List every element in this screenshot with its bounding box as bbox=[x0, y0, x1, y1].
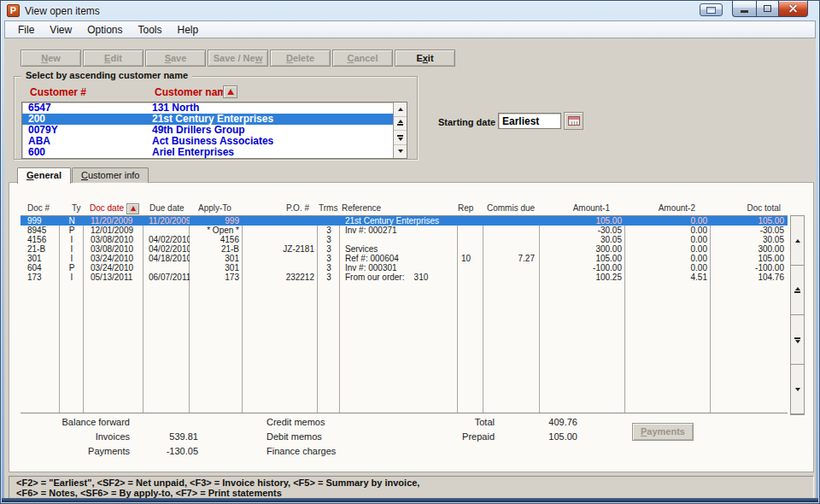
column-header-rep[interactable]: Rep bbox=[458, 202, 483, 214]
doc-row[interactable]: 301I03/24/201004/18/20103013Ref #: 00060… bbox=[20, 254, 788, 263]
cell-due-date: 11/20/2009 bbox=[144, 216, 190, 226]
scroll-bottom-button[interactable] bbox=[394, 131, 407, 145]
customer-name: Ariel Enterprises bbox=[152, 147, 393, 158]
customer-row[interactable]: 600Ariel Enterprises bbox=[22, 147, 407, 158]
menu-item-options[interactable]: Options bbox=[79, 22, 130, 38]
cell-amount2: 0.00 bbox=[625, 235, 711, 244]
toolbar-delete-button[interactable]: Delete bbox=[270, 50, 331, 67]
summary-value-prepaid: 105.00 bbox=[495, 431, 577, 442]
column-header-p-o[interactable]: P.O. # bbox=[243, 202, 318, 214]
minimize-button[interactable] bbox=[732, 1, 756, 17]
column-header-amount-2[interactable]: Amount-2 bbox=[625, 202, 711, 214]
cell-amount2: 0.00 bbox=[625, 254, 711, 263]
toolbar-cancel-button[interactable]: Cancel bbox=[332, 50, 393, 67]
cell-doc-date: 11/20/2009 bbox=[84, 216, 144, 226]
toolbar-new-button[interactable]: New bbox=[20, 50, 81, 67]
toolbar-save-new-button[interactable]: Save / New bbox=[208, 50, 268, 67]
titlebar[interactable]: P View open items bbox=[1, 1, 819, 21]
customer-number: 6547 bbox=[22, 103, 152, 114]
cell-doc-total: -100.00 bbox=[711, 263, 788, 273]
menu-bar: FileViewOptionsToolsHelp bbox=[4, 21, 816, 38]
starting-date-input[interactable] bbox=[498, 113, 561, 129]
customer-number-header[interactable]: Customer # bbox=[30, 86, 86, 98]
doc-date-sort-button[interactable] bbox=[126, 203, 139, 214]
up-arrow-icon bbox=[795, 287, 800, 290]
cell-trms: 3 bbox=[318, 226, 340, 235]
doc-row[interactable]: 4156I03/08/201004/02/20104156330.050.003… bbox=[20, 235, 788, 244]
column-header-trms[interactable]: Trms bbox=[318, 202, 340, 214]
cell-po bbox=[243, 235, 318, 244]
scroll-top-button[interactable] bbox=[791, 266, 804, 315]
bar-icon bbox=[397, 124, 403, 126]
calendar-button[interactable] bbox=[564, 112, 583, 130]
customer-row[interactable]: ABAAct Business Associates bbox=[22, 136, 407, 147]
menu-item-view[interactable]: View bbox=[42, 22, 79, 38]
column-header-apply-to[interactable]: Apply-To bbox=[190, 202, 243, 214]
scroll-down-button[interactable] bbox=[791, 365, 804, 414]
doc-row[interactable]: 173I05/13/201106/07/20111732322123From o… bbox=[20, 273, 788, 282]
toolbar-exit-button[interactable]: Exit bbox=[395, 50, 455, 67]
summary-row: Credit memos bbox=[266, 417, 336, 431]
customer-sort-button[interactable] bbox=[223, 85, 237, 98]
cell-commis-due bbox=[483, 244, 540, 254]
scroll-down-button[interactable] bbox=[394, 145, 407, 159]
customer-row[interactable]: 0079Y49th Drillers Group bbox=[22, 125, 407, 136]
toolbar-save-button[interactable]: Save bbox=[145, 50, 206, 67]
cell-ty: I bbox=[60, 235, 84, 244]
cell-due-date: 04/02/2010 bbox=[144, 235, 190, 244]
cell-due-date bbox=[144, 263, 190, 273]
column-header-reference[interactable]: Reference bbox=[340, 202, 458, 214]
up-arrow-icon bbox=[398, 108, 403, 111]
cell-ty: I bbox=[60, 244, 84, 254]
customer-row[interactable]: 20021st Century Enterprises bbox=[22, 114, 407, 125]
column-header-due-date[interactable]: Due date bbox=[144, 202, 190, 214]
scroll-up-button[interactable] bbox=[394, 103, 407, 117]
toolbar-edit-button[interactable]: Edit bbox=[83, 50, 144, 67]
utility-window-button[interactable] bbox=[700, 3, 723, 16]
cell-amount2: 0.00 bbox=[625, 226, 711, 235]
scroll-bottom-button[interactable] bbox=[791, 315, 804, 365]
cell-doc-total: 105.00 bbox=[711, 254, 788, 263]
cell-po: 232212 bbox=[243, 273, 318, 282]
summary-label-debit-memos: Debit memos bbox=[266, 431, 322, 442]
cell-rep bbox=[458, 273, 483, 282]
doc-row[interactable]: 604P03/24/20103013Inv #: 000301-100.000.… bbox=[20, 263, 788, 273]
cell-doc-date: 03/08/2010 bbox=[84, 235, 144, 244]
tab-general[interactable]: General bbox=[17, 167, 71, 184]
close-button[interactable] bbox=[779, 1, 808, 17]
app-icon-letter: P bbox=[10, 5, 16, 15]
cell-doc: 604 bbox=[20, 263, 60, 273]
cell-ty: N bbox=[60, 216, 84, 226]
menu-item-help[interactable]: Help bbox=[170, 22, 207, 38]
summary-row: Payments-130.05 bbox=[13, 446, 198, 460]
menu-item-tools[interactable]: Tools bbox=[131, 22, 170, 38]
scroll-up-button[interactable] bbox=[791, 216, 804, 266]
column-header-doc-date[interactable]: Doc date bbox=[84, 202, 144, 214]
column-header-amount-1[interactable]: Amount-1 bbox=[540, 202, 625, 214]
menu-item-file[interactable]: File bbox=[10, 22, 42, 38]
cell-rep bbox=[458, 226, 483, 235]
customer-list-scrollbar bbox=[393, 103, 407, 158]
customer-name-header[interactable]: Customer name bbox=[155, 86, 232, 98]
maximize-button[interactable] bbox=[756, 1, 779, 17]
doc-row[interactable]: 8945P12/01/2009* Open *3Inv #: 000271-30… bbox=[20, 226, 788, 235]
cell-doc: 21-B bbox=[20, 244, 60, 254]
column-header-doc-total[interactable]: Doc total bbox=[711, 202, 788, 214]
cell-trms: 3 bbox=[318, 263, 340, 273]
scroll-top-button[interactable] bbox=[394, 117, 407, 132]
customer-number: 600 bbox=[22, 147, 152, 158]
tab-strip: GeneralCustomer info bbox=[17, 167, 149, 183]
payments-button[interactable]: Payments bbox=[632, 423, 694, 441]
doc-row[interactable]: 21-BI03/08/201004/02/201021-BJZ-21813Ser… bbox=[20, 244, 788, 254]
sort-column-label: Doc date bbox=[90, 202, 124, 214]
summary-row: Prepaid105.00 bbox=[409, 431, 577, 446]
column-header-doc[interactable]: Doc # bbox=[20, 202, 60, 214]
tab-customer-info[interactable]: Customer info bbox=[72, 167, 149, 183]
down-arrow-icon bbox=[795, 388, 800, 391]
cell-doc-total: 105.00 bbox=[711, 216, 788, 226]
cell-reference: Inv #: 000301 bbox=[340, 263, 458, 273]
doc-row[interactable]: 999N11/20/200911/20/200999921st Century … bbox=[20, 216, 788, 226]
column-header-commis-due[interactable]: Commis due bbox=[483, 202, 540, 214]
column-header-ty[interactable]: Ty bbox=[60, 202, 84, 214]
customer-row[interactable]: 6547131 North bbox=[22, 103, 407, 114]
